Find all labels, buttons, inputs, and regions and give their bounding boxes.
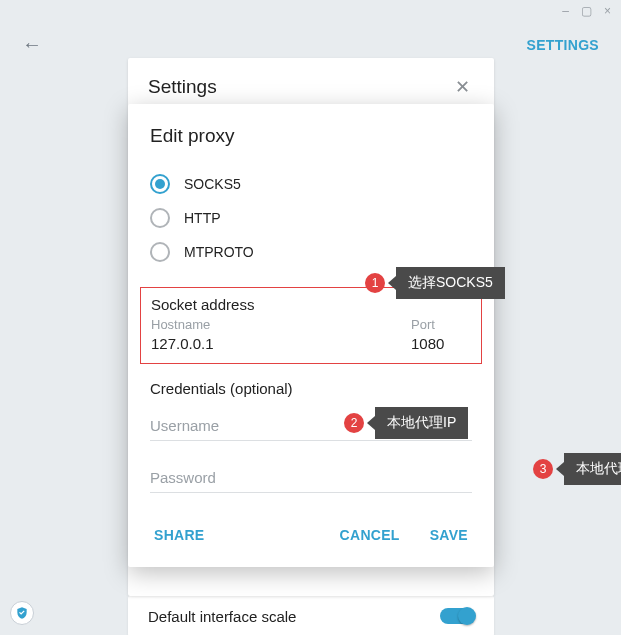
radio-icon [150,174,170,194]
settings-link[interactable]: SETTINGS [527,37,599,53]
modal-buttons: SHARE CANCEL SAVE [150,521,472,549]
interface-scale-row: Default interface scale [128,596,494,635]
window-controls: – ▢ × [0,0,621,22]
callout-arrow-icon [367,416,375,430]
credentials-title: Credentials (optional) [150,380,472,397]
callout-text: 选择SOCKS5 [396,267,505,299]
close-icon[interactable]: ✕ [451,72,474,102]
interface-scale-label: Default interface scale [148,608,296,625]
radio-label: HTTP [184,210,221,226]
callout-text: 本地代理默认端口 [564,453,621,485]
shield-badge[interactable] [10,601,34,625]
password-input[interactable] [150,463,472,493]
interface-scale-toggle[interactable] [440,608,474,624]
callout-arrow-icon [388,276,396,290]
radio-socks5[interactable]: SOCKS5 [150,167,472,201]
modal-title: Edit proxy [150,125,472,147]
callout-2: 2 本地代理IP [344,407,468,439]
callout-text: 本地代理IP [375,407,468,439]
callout-badge: 1 [365,273,385,293]
hostname-label: Hostname [151,317,391,332]
callout-badge: 2 [344,413,364,433]
radio-icon [150,208,170,228]
edit-proxy-modal: Edit proxy SOCKS5 HTTP MTPROTO Socket ad… [128,104,494,567]
radio-label: MTPROTO [184,244,254,260]
back-arrow-icon[interactable]: ← [22,33,42,56]
save-button[interactable]: SAVE [426,521,472,549]
hostname-field: Hostname [151,317,391,353]
callout-arrow-icon [556,462,564,476]
settings-title: Settings [148,76,217,98]
port-input[interactable] [411,335,471,352]
callout-badge: 3 [533,459,553,479]
radio-label: SOCKS5 [184,176,241,192]
minimize-icon[interactable]: – [562,4,569,18]
maximize-icon[interactable]: ▢ [581,4,592,18]
radio-icon [150,242,170,262]
share-button[interactable]: SHARE [150,521,209,549]
radio-http[interactable]: HTTP [150,201,472,235]
port-field: Port [411,317,471,353]
hostname-input[interactable] [151,335,391,352]
radio-mtproto[interactable]: MTPROTO [150,235,472,269]
port-label: Port [411,317,471,332]
close-icon[interactable]: × [604,4,611,18]
cancel-button[interactable]: CANCEL [336,521,404,549]
callout-1: 1 选择SOCKS5 [365,267,505,299]
callout-3: 3 本地代理默认端口 [533,453,621,485]
proxy-type-group: SOCKS5 HTTP MTPROTO [150,167,472,269]
shield-check-icon [15,606,29,620]
